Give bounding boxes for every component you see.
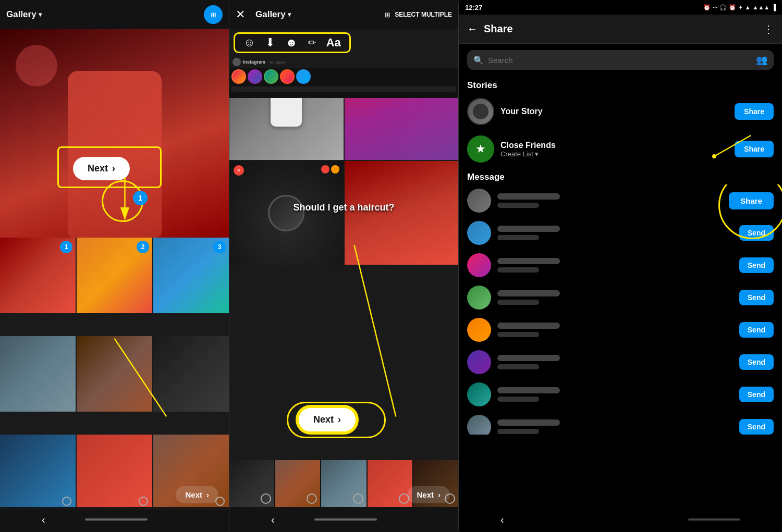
send-button-6[interactable]: Send bbox=[739, 354, 774, 370]
header-right: ⊞ bbox=[204, 5, 223, 24]
message-item-3: Send bbox=[459, 249, 782, 281]
messages-list: Share Send Send Send bbox=[459, 184, 782, 435]
panel-editor: ✕ Gallery ▾ ⊞ SELECT MULTIPLE ☺ ⬇ ☻ ✏ Aa bbox=[229, 0, 459, 532]
msg-sub-bar-7 bbox=[497, 397, 539, 402]
select-multiple-text[interactable]: SELECT MULTIPLE bbox=[395, 11, 452, 18]
back-nav-icon[interactable]: ‹ bbox=[42, 514, 45, 526]
send-button-8[interactable]: Send bbox=[739, 419, 774, 435]
battery-icon: ▐ bbox=[772, 4, 776, 10]
msg-sub-bar-8 bbox=[497, 429, 539, 434]
bottom-next-button-panel1[interactable]: Next › bbox=[176, 486, 218, 503]
add-people-icon[interactable]: 👥 bbox=[756, 54, 767, 66]
next-btn-p2[interactable]: Next › bbox=[297, 406, 357, 433]
msg-info-6 bbox=[497, 355, 733, 369]
msg-info-5 bbox=[497, 323, 733, 337]
cast-icon: ⊹ bbox=[713, 4, 717, 11]
draw-tool-icon[interactable]: ✏ bbox=[308, 37, 316, 48]
bottom-nav-panel1: ‹ bbox=[0, 507, 229, 532]
msg-name-bar-1 bbox=[497, 193, 560, 200]
your-story-item: Your Story Share bbox=[459, 93, 782, 130]
close-button[interactable]: ✕ bbox=[236, 8, 245, 21]
next-button-panel1[interactable]: Next › bbox=[73, 157, 130, 180]
msg-avatar-6 bbox=[467, 350, 491, 374]
message-item-2: Send bbox=[459, 217, 782, 249]
stories-section-title: Stories bbox=[459, 76, 782, 93]
next-btn-bottom[interactable]: Next › bbox=[176, 486, 218, 503]
haircut-text: Should I get a haircut? bbox=[235, 202, 453, 213]
alarm-icon: ⏰ bbox=[703, 4, 711, 11]
close-friends-share-button[interactable]: Share bbox=[735, 141, 774, 157]
next-btn[interactable]: Next › bbox=[73, 157, 130, 180]
thumb-1[interactable] bbox=[229, 460, 274, 507]
more-options-icon[interactable]: ⋮ bbox=[763, 23, 774, 35]
next-button-panel2[interactable]: Next › bbox=[297, 406, 357, 433]
back-nav-icon-p2[interactable]: ‹ bbox=[271, 514, 275, 526]
gallery-label[interactable]: Gallery ▾ bbox=[6, 9, 42, 20]
msg-info-1 bbox=[497, 193, 723, 208]
msg-avatar-7 bbox=[467, 382, 491, 406]
android-status-bar: 12:27 ⏰ ⊹ 🎧 ⏰ ✦ ▲ ▲▲▲ ▐ bbox=[459, 0, 782, 15]
emoji-tool-icon[interactable]: ☺ bbox=[243, 36, 255, 50]
msg-info-4 bbox=[497, 290, 733, 305]
photo-cell[interactable] bbox=[0, 336, 76, 412]
msg-name-bar-6 bbox=[497, 355, 560, 361]
status-time: 12:27 bbox=[465, 4, 482, 11]
photo-cell[interactable] bbox=[77, 336, 152, 412]
big-share-button[interactable]: Share bbox=[729, 192, 774, 209]
msg-info-8 bbox=[497, 419, 733, 434]
mini-insta-feed: Instagram Sulapen bbox=[229, 56, 458, 98]
panel1-header: Gallery ▾ ⊞ bbox=[0, 0, 229, 29]
multi-select-icon[interactable]: ⊞ bbox=[204, 5, 223, 24]
your-story-info: Your Story bbox=[500, 107, 728, 116]
send-button-7[interactable]: Send bbox=[739, 387, 774, 402]
thumb-2[interactable] bbox=[275, 460, 320, 507]
thumb-3[interactable] bbox=[321, 460, 366, 507]
msg-sub-bar-3 bbox=[497, 267, 539, 273]
panel-gallery-selector: Gallery ▾ ⊞ 1 Nex bbox=[0, 0, 229, 532]
wifi-icon: ▲ bbox=[745, 4, 751, 10]
msg-sub-bar-4 bbox=[497, 300, 539, 305]
photo-cell[interactable] bbox=[0, 435, 76, 510]
gallery-label-panel2[interactable]: Gallery ▾ bbox=[255, 9, 291, 20]
msg-info-3 bbox=[497, 258, 733, 273]
msg-avatar-2 bbox=[467, 221, 491, 245]
search-bar[interactable]: 🔍 👥 bbox=[467, 50, 774, 70]
photo-cell[interactable] bbox=[153, 336, 229, 412]
your-story-avatar bbox=[467, 98, 494, 125]
next-btn-bottom-p2[interactable]: Next › bbox=[407, 486, 450, 503]
photo-cell[interactable]: 3 bbox=[153, 238, 229, 313]
select-multiple-icon: ⊞ bbox=[385, 11, 390, 19]
badge-2-overlay: 2 bbox=[137, 241, 149, 253]
photo-cell[interactable]: 2 bbox=[77, 238, 152, 313]
sticker-tool-icon[interactable]: ☻ bbox=[285, 36, 297, 50]
back-arrow[interactable]: ← bbox=[467, 23, 478, 35]
back-nav-icon-p3[interactable]: ‹ bbox=[500, 514, 504, 526]
msg-sub-bar-1 bbox=[497, 203, 539, 208]
editor-toolbar-container: ☺ ⬇ ☻ ✏ Aa bbox=[229, 29, 458, 56]
bluetooth-icon: ✦ bbox=[738, 4, 743, 11]
msg-sub-bar-6 bbox=[497, 364, 539, 369]
photo-cell[interactable] bbox=[77, 435, 152, 510]
photo-cell[interactable]: 1 bbox=[0, 238, 76, 313]
close-friends-item: ★ Close Friends Create List ▾ Share bbox=[459, 130, 782, 168]
your-story-share-button[interactable]: Share bbox=[735, 103, 774, 120]
msg-name-bar-5 bbox=[497, 323, 560, 329]
msg-avatar-4 bbox=[467, 286, 491, 310]
send-button-5[interactable]: Send bbox=[739, 322, 774, 338]
main-preview: 1 Next › bbox=[0, 29, 229, 238]
msg-avatar-5 bbox=[467, 318, 491, 342]
alarm2-icon: ⏰ bbox=[729, 4, 736, 11]
thumb-4[interactable] bbox=[368, 460, 412, 507]
send-button-4[interactable]: Send bbox=[739, 290, 774, 305]
download-tool-icon[interactable]: ⬇ bbox=[265, 36, 275, 50]
close-friends-sub[interactable]: Create List ▾ bbox=[500, 150, 728, 158]
send-button-2[interactable]: Send bbox=[739, 225, 774, 241]
headset-icon: 🎧 bbox=[719, 4, 727, 11]
search-input[interactable] bbox=[488, 56, 752, 65]
share-title: Share bbox=[484, 23, 763, 35]
msg-name-bar-2 bbox=[497, 226, 560, 232]
bottom-next-button-panel2[interactable]: Next › bbox=[407, 486, 450, 503]
text-tool-icon[interactable]: Aa bbox=[326, 36, 341, 50]
send-button-3[interactable]: Send bbox=[739, 257, 774, 273]
your-story-name: Your Story bbox=[500, 107, 728, 116]
